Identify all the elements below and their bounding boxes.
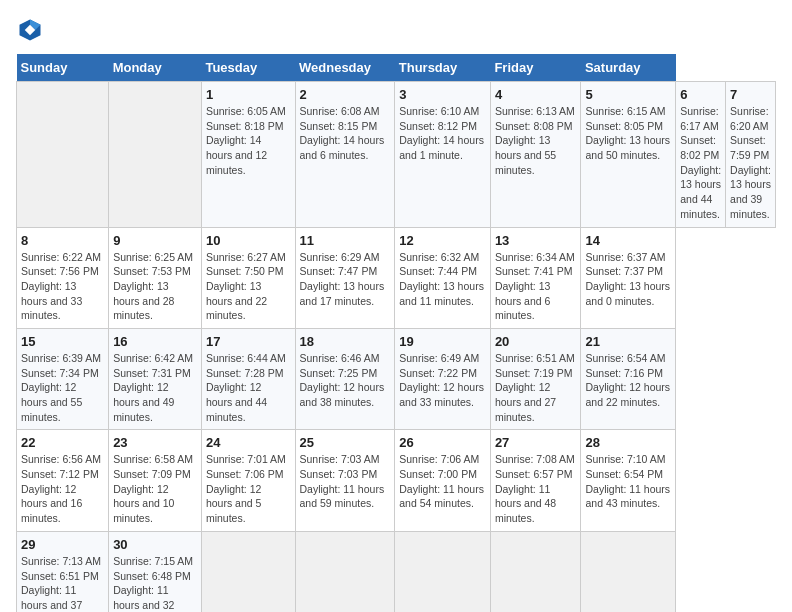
calendar-cell [109,82,202,228]
calendar-table: SundayMondayTuesdayWednesdayThursdayFrid… [16,54,776,612]
weekday-header: Tuesday [201,54,295,82]
day-number: 16 [113,334,197,349]
calendar-cell: 19 Sunrise: 6:49 AMSunset: 7:22 PMDaylig… [395,328,491,429]
day-number: 25 [300,435,391,450]
day-info: Sunrise: 6:08 AMSunset: 8:15 PMDaylight:… [300,104,391,163]
day-number: 20 [495,334,577,349]
day-number: 26 [399,435,486,450]
calendar-cell [395,531,491,612]
calendar-cell: 30 Sunrise: 7:15 AMSunset: 6:48 PMDaylig… [109,531,202,612]
day-info: Sunrise: 6:34 AMSunset: 7:41 PMDaylight:… [495,250,577,323]
calendar-cell: 23 Sunrise: 6:58 AMSunset: 7:09 PMDaylig… [109,430,202,531]
day-info: Sunrise: 7:08 AMSunset: 6:57 PMDaylight:… [495,452,577,525]
calendar-week-row: 8 Sunrise: 6:22 AMSunset: 7:56 PMDayligh… [17,227,776,328]
day-info: Sunrise: 6:46 AMSunset: 7:25 PMDaylight:… [300,351,391,410]
weekday-header: Wednesday [295,54,395,82]
day-info: Sunrise: 6:22 AMSunset: 7:56 PMDaylight:… [21,250,104,323]
day-info: Sunrise: 6:32 AMSunset: 7:44 PMDaylight:… [399,250,486,309]
calendar-cell: 17 Sunrise: 6:44 AMSunset: 7:28 PMDaylig… [201,328,295,429]
calendar-week-row: 15 Sunrise: 6:39 AMSunset: 7:34 PMDaylig… [17,328,776,429]
day-number: 11 [300,233,391,248]
calendar-week-row: 22 Sunrise: 6:56 AMSunset: 7:12 PMDaylig… [17,430,776,531]
day-number: 29 [21,537,104,552]
day-number: 24 [206,435,291,450]
day-number: 8 [21,233,104,248]
page-header [16,16,776,44]
day-number: 13 [495,233,577,248]
logo-icon [16,16,44,44]
day-info: Sunrise: 7:01 AMSunset: 7:06 PMDaylight:… [206,452,291,525]
calendar-cell: 16 Sunrise: 6:42 AMSunset: 7:31 PMDaylig… [109,328,202,429]
day-info: Sunrise: 6:37 AMSunset: 7:37 PMDaylight:… [585,250,671,309]
weekday-header: Monday [109,54,202,82]
calendar-cell [581,531,676,612]
day-info: Sunrise: 6:20 AMSunset: 7:59 PMDaylight:… [730,104,771,222]
day-number: 4 [495,87,577,102]
day-number: 9 [113,233,197,248]
calendar-cell: 24 Sunrise: 7:01 AMSunset: 7:06 PMDaylig… [201,430,295,531]
day-info: Sunrise: 6:29 AMSunset: 7:47 PMDaylight:… [300,250,391,309]
day-number: 7 [730,87,771,102]
day-info: Sunrise: 6:39 AMSunset: 7:34 PMDaylight:… [21,351,104,424]
calendar-cell: 5 Sunrise: 6:15 AMSunset: 8:05 PMDayligh… [581,82,676,228]
day-number: 14 [585,233,671,248]
calendar-cell: 18 Sunrise: 6:46 AMSunset: 7:25 PMDaylig… [295,328,395,429]
day-info: Sunrise: 7:06 AMSunset: 7:00 PMDaylight:… [399,452,486,511]
day-info: Sunrise: 6:56 AMSunset: 7:12 PMDaylight:… [21,452,104,525]
day-number: 28 [585,435,671,450]
logo [16,16,48,44]
calendar-cell [490,531,581,612]
day-number: 1 [206,87,291,102]
weekday-header: Thursday [395,54,491,82]
calendar-cell: 22 Sunrise: 6:56 AMSunset: 7:12 PMDaylig… [17,430,109,531]
calendar-cell [17,82,109,228]
calendar-cell: 7 Sunrise: 6:20 AMSunset: 7:59 PMDayligh… [726,82,776,228]
day-info: Sunrise: 6:25 AMSunset: 7:53 PMDaylight:… [113,250,197,323]
calendar-cell: 8 Sunrise: 6:22 AMSunset: 7:56 PMDayligh… [17,227,109,328]
weekday-header: Saturday [581,54,676,82]
day-number: 23 [113,435,197,450]
calendar-cell [201,531,295,612]
calendar-cell: 27 Sunrise: 7:08 AMSunset: 6:57 PMDaylig… [490,430,581,531]
day-number: 6 [680,87,721,102]
day-info: Sunrise: 6:10 AMSunset: 8:12 PMDaylight:… [399,104,486,163]
calendar-cell: 3 Sunrise: 6:10 AMSunset: 8:12 PMDayligh… [395,82,491,228]
calendar-week-row: 29 Sunrise: 7:13 AMSunset: 6:51 PMDaylig… [17,531,776,612]
day-info: Sunrise: 6:49 AMSunset: 7:22 PMDaylight:… [399,351,486,410]
calendar-cell: 21 Sunrise: 6:54 AMSunset: 7:16 PMDaylig… [581,328,676,429]
day-info: Sunrise: 7:13 AMSunset: 6:51 PMDaylight:… [21,554,104,612]
day-number: 19 [399,334,486,349]
day-info: Sunrise: 7:03 AMSunset: 7:03 PMDaylight:… [300,452,391,511]
calendar-cell: 12 Sunrise: 6:32 AMSunset: 7:44 PMDaylig… [395,227,491,328]
day-info: Sunrise: 6:42 AMSunset: 7:31 PMDaylight:… [113,351,197,424]
calendar-cell: 10 Sunrise: 6:27 AMSunset: 7:50 PMDaylig… [201,227,295,328]
day-info: Sunrise: 6:05 AMSunset: 8:18 PMDaylight:… [206,104,291,177]
day-info: Sunrise: 6:15 AMSunset: 8:05 PMDaylight:… [585,104,671,163]
day-info: Sunrise: 6:13 AMSunset: 8:08 PMDaylight:… [495,104,577,177]
day-info: Sunrise: 6:58 AMSunset: 7:09 PMDaylight:… [113,452,197,525]
calendar-cell: 9 Sunrise: 6:25 AMSunset: 7:53 PMDayligh… [109,227,202,328]
calendar-cell: 26 Sunrise: 7:06 AMSunset: 7:00 PMDaylig… [395,430,491,531]
calendar-cell: 6 Sunrise: 6:17 AMSunset: 8:02 PMDayligh… [676,82,726,228]
calendar-cell: 29 Sunrise: 7:13 AMSunset: 6:51 PMDaylig… [17,531,109,612]
calendar-cell: 2 Sunrise: 6:08 AMSunset: 8:15 PMDayligh… [295,82,395,228]
calendar-cell [295,531,395,612]
calendar-cell: 15 Sunrise: 6:39 AMSunset: 7:34 PMDaylig… [17,328,109,429]
day-number: 18 [300,334,391,349]
day-number: 10 [206,233,291,248]
day-number: 21 [585,334,671,349]
calendar-cell: 25 Sunrise: 7:03 AMSunset: 7:03 PMDaylig… [295,430,395,531]
calendar-cell: 20 Sunrise: 6:51 AMSunset: 7:19 PMDaylig… [490,328,581,429]
day-number: 22 [21,435,104,450]
day-number: 3 [399,87,486,102]
calendar-cell: 14 Sunrise: 6:37 AMSunset: 7:37 PMDaylig… [581,227,676,328]
calendar-cell: 13 Sunrise: 6:34 AMSunset: 7:41 PMDaylig… [490,227,581,328]
day-number: 12 [399,233,486,248]
day-number: 17 [206,334,291,349]
day-number: 15 [21,334,104,349]
day-number: 5 [585,87,671,102]
calendar-week-row: 1 Sunrise: 6:05 AMSunset: 8:18 PMDayligh… [17,82,776,228]
calendar-cell: 11 Sunrise: 6:29 AMSunset: 7:47 PMDaylig… [295,227,395,328]
day-info: Sunrise: 6:54 AMSunset: 7:16 PMDaylight:… [585,351,671,410]
day-info: Sunrise: 6:44 AMSunset: 7:28 PMDaylight:… [206,351,291,424]
